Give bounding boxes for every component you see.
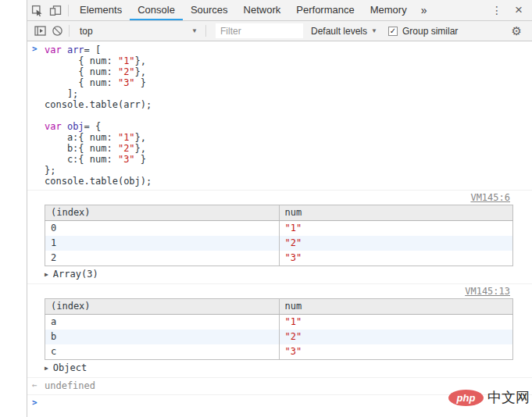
source-location-link[interactable]: VM145:13: [465, 286, 510, 297]
prompt-chevron-icon: >: [32, 397, 37, 408]
table-row: b"2": [45, 330, 513, 344]
result-arrow-icon: ←: [32, 380, 37, 390]
tab-sources[interactable]: Sources: [183, 0, 236, 20]
code-token: }: [135, 154, 146, 165]
object-expander[interactable]: ▶Array(3): [45, 269, 532, 280]
source-link-row: VM145:6: [27, 192, 532, 204]
clear-console-icon[interactable]: [48, 23, 66, 40]
filter-input[interactable]: [216, 23, 303, 38]
source-location-link[interactable]: VM145:6: [470, 192, 510, 203]
code-token: };: [45, 165, 55, 176]
tabbar-separator: [68, 5, 69, 16]
log-levels-dropdown[interactable]: Default levels ▼: [305, 26, 384, 37]
console-toolbar: top ▼ Default levels ▼ ✓ Group similar ⚙: [27, 21, 532, 41]
toolbar-separator-2: [205, 25, 206, 37]
console-messages: > var arr= [ { num: "1"}, { num: "2"}, {…: [27, 41, 532, 412]
table-index-cell: b: [45, 330, 280, 344]
context-selector-value: top: [80, 26, 191, 37]
tab-elements[interactable]: Elements: [72, 0, 130, 20]
expand-triangle-icon[interactable]: ▶: [45, 365, 48, 372]
tab-console[interactable]: Console: [130, 0, 183, 20]
code-token: { num:: [45, 66, 118, 77]
close-icon[interactable]: ×: [510, 2, 532, 18]
table-index-cell: a: [45, 315, 280, 330]
more-tabs-chevron-icon[interactable]: »: [415, 4, 434, 16]
table-index-cell: 1: [45, 236, 280, 251]
group-similar-control: ✓ Group similar: [388, 26, 458, 37]
console-table: (index)numa"1"b"2"c"3": [45, 298, 513, 360]
code-token: "2": [118, 143, 135, 154]
code-token: },: [135, 66, 146, 77]
code-token: "3": [118, 77, 135, 88]
table-value-cell: "1": [279, 315, 513, 330]
log-levels-value: Default levels: [311, 26, 367, 37]
console-sidebar-toggle-icon[interactable]: [31, 23, 48, 40]
table-header-row: (index)num: [45, 299, 513, 315]
code-token: [62, 45, 67, 55]
table-value-cell: "3": [279, 251, 513, 266]
code-token: b:{ num:: [45, 143, 118, 154]
tab-network[interactable]: Network: [236, 0, 289, 20]
tab-strip: ElementsConsoleSourcesNetworkPerformance…: [72, 0, 415, 21]
table-value-cell: "3": [279, 344, 513, 360]
devtools-tab-bar: ElementsConsoleSourcesNetworkPerformance…: [27, 0, 532, 21]
expander-label: Object: [53, 362, 87, 373]
code-token: = [: [84, 45, 102, 55]
code-token: console.table(arr);: [45, 99, 152, 110]
table-value-cell: "2": [279, 236, 513, 251]
code-line: console.table(arr);: [45, 99, 532, 110]
code-line: };: [45, 165, 532, 176]
table-column-header[interactable]: (index): [45, 299, 280, 315]
group-similar-checkbox[interactable]: ✓: [388, 27, 398, 36]
code-token: console.table(obj);: [45, 176, 152, 187]
code-token: "1": [118, 132, 135, 143]
tab-memory[interactable]: Memory: [362, 0, 415, 20]
kebab-menu-icon[interactable]: ⋮: [484, 4, 510, 16]
table-value-cell: "1": [279, 221, 513, 237]
devtools-panel: ElementsConsoleSourcesNetworkPerformance…: [27, 0, 532, 417]
expand-triangle-icon[interactable]: ▶: [45, 271, 48, 278]
tab-performance[interactable]: Performance: [288, 0, 362, 20]
code-token: { num:: [45, 77, 118, 88]
code-line: ];: [45, 88, 532, 99]
code-line: c:{ num: "3" }: [45, 154, 532, 165]
device-toolbar-icon[interactable]: [46, 1, 65, 20]
toolbar-separator: [69, 25, 70, 37]
table-row: a"1": [45, 315, 513, 330]
table-index-cell: c: [45, 344, 280, 360]
code-token: c:{ num:: [45, 154, 118, 165]
table-index-cell: 0: [45, 221, 280, 237]
chevron-down-icon: ▼: [371, 27, 377, 34]
table-row: c"3": [45, 344, 513, 360]
code-token: var: [45, 121, 62, 132]
execution-context-selector[interactable]: top ▼: [73, 26, 202, 37]
expander-label: Array(3): [53, 269, 98, 280]
table-column-header[interactable]: (index): [45, 205, 280, 221]
table-column-header[interactable]: num: [279, 205, 513, 221]
php-logo-badge: php: [448, 390, 484, 406]
table-header-row: (index)num: [45, 205, 513, 221]
code-line: { num: "2"},: [45, 66, 532, 77]
table-value-cell: "2": [279, 330, 513, 344]
code-line: console.table(obj);: [45, 176, 532, 187]
code-token: var: [45, 45, 62, 55]
chevron-down-icon: ▼: [191, 27, 198, 34]
code-token: arr: [67, 45, 84, 55]
object-expander[interactable]: ▶Object: [45, 363, 532, 373]
code-line: var obj= {: [45, 121, 532, 132]
console-table-entry: VM145:13(index)numa"1"b"2"c"3"▶Object: [27, 284, 532, 378]
php-cn-watermark: php 中文网: [448, 388, 530, 407]
gear-icon[interactable]: ⚙: [507, 24, 532, 38]
inspect-element-icon[interactable]: [27, 1, 46, 20]
result-value: undefined: [45, 380, 95, 391]
code-token: a:{ num:: [45, 132, 118, 143]
code-line: a:{ num: "1"},: [45, 132, 532, 143]
console-entries: VM145:6(index)num0"1"1"2"2"3"▶Array(3)VM…: [27, 191, 532, 395]
console-table: (index)num0"1"1"2"2"3": [45, 205, 513, 266]
console-table-entry: VM145:6(index)num0"1"1"2"2"3"▶Array(3): [27, 191, 532, 284]
code-token: { num:: [45, 55, 118, 66]
table-column-header[interactable]: num: [279, 299, 513, 315]
code-token: "3": [118, 154, 135, 165]
code-line: [45, 110, 532, 121]
code-line: { num: "3" }: [45, 77, 532, 88]
